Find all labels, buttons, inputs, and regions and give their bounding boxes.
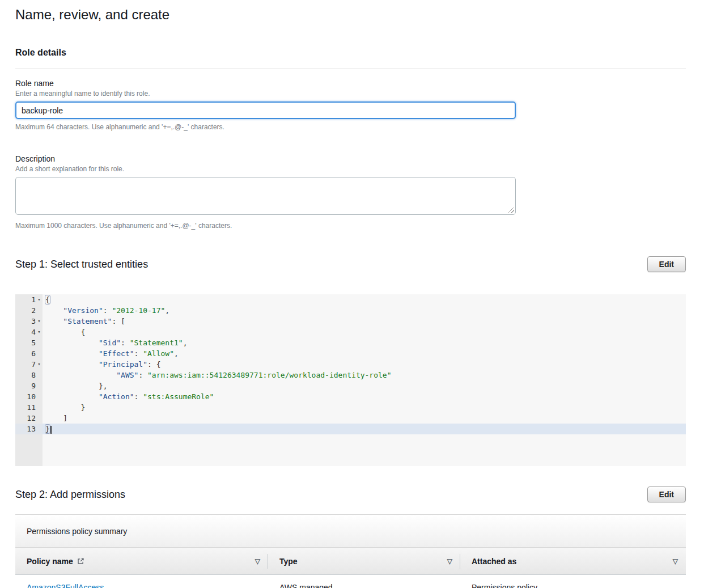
permissions-table-body: AmazonS3FullAccessAWS managedPermissions…	[15, 575, 686, 588]
code-line[interactable]: 11▾ }	[15, 402, 686, 413]
code-line[interactable]: 12▾ ]	[15, 413, 686, 424]
code-line[interactable]: 5▾ "Sid": "Statement1",	[15, 337, 686, 348]
column-header-label: Policy name	[27, 557, 73, 566]
code-line[interactable]: 2▾ "Version": "2012-10-17",	[15, 305, 686, 316]
code-text: {	[43, 327, 686, 337]
line-number: 4▾	[15, 327, 43, 337]
trust-policy-code-editor[interactable]: 1▾{2▾ "Version": "2012-10-17",3▾ "Statem…	[15, 294, 686, 466]
code-text: "Version": "2012-10-17",	[43, 305, 686, 316]
policy-name-link[interactable]: AmazonS3FullAccess	[27, 583, 104, 588]
line-number: 7▾	[15, 359, 43, 370]
description-constraint: Maximum 1000 characters. Use alphanumeri…	[15, 222, 686, 230]
sort-dropdown-icon[interactable]: ▽	[673, 557, 678, 565]
code-text: }	[43, 424, 686, 434]
line-number: 10▾	[15, 391, 43, 402]
role-details-heading: Role details	[15, 48, 686, 58]
attached-as-cell: Permissions policy	[460, 583, 686, 588]
code-lines: 1▾{2▾ "Version": "2012-10-17",3▾ "Statem…	[15, 294, 686, 434]
step2-edit-button[interactable]: Edit	[647, 487, 686, 502]
permissions-panel: Permissions policy summary Policy name▽T…	[15, 514, 686, 588]
description-textarea[interactable]	[15, 177, 516, 215]
column-header-label: Attached as	[472, 557, 516, 566]
code-line[interactable]: 7▾ "Principal": {	[15, 359, 686, 370]
code-text: "AWS": "arn:aws:iam::541263489771:role/w…	[43, 370, 686, 380]
table-row: AmazonS3FullAccessAWS managedPermissions…	[15, 575, 686, 588]
column-header-label: Type	[279, 557, 298, 566]
code-text: "Action": "sts:AssumeRole"	[43, 391, 686, 402]
line-number: 9▾	[15, 380, 43, 391]
code-line[interactable]: 9▾ },	[15, 380, 686, 391]
step2-header-row: Step 2: Add permissions Edit	[15, 487, 686, 502]
fold-arrow-icon[interactable]: ▾	[36, 316, 43, 327]
code-text: ]	[43, 413, 686, 424]
step1-heading: Step 1: Select trusted entities	[15, 259, 148, 270]
line-number: 5▾	[15, 337, 43, 348]
text-cursor	[50, 426, 52, 434]
permissions-table-header: Policy name▽Type▽Attached as▽	[15, 548, 686, 575]
code-line[interactable]: 1▾{	[15, 294, 686, 305]
code-text: },	[43, 380, 686, 391]
code-text: "Effect": "Allow",	[43, 348, 686, 359]
fold-arrow-icon[interactable]: ▾	[36, 327, 43, 337]
code-line[interactable]: 8▾ "AWS": "arn:aws:iam::541263489771:rol…	[15, 370, 686, 380]
column-header-policy-name[interactable]: Policy name▽	[15, 548, 268, 574]
line-number: 8▾	[15, 370, 43, 380]
code-text: "Principal": {	[43, 359, 686, 370]
sort-dropdown-icon[interactable]: ▽	[447, 557, 452, 565]
code-text: }	[43, 402, 686, 413]
line-number: 13▾	[15, 424, 43, 434]
step2-heading: Step 2: Add permissions	[15, 489, 125, 501]
column-header-type[interactable]: Type▽	[268, 548, 460, 574]
page-title: Name, review, and create	[15, 7, 686, 23]
step1-header-row: Step 1: Select trusted entities Edit	[15, 256, 686, 272]
role-name-help: Enter a meaningful name to identify this…	[15, 90, 686, 98]
section-divider	[15, 69, 686, 69]
description-label: Description	[15, 154, 686, 163]
code-line[interactable]: 10▾ "Action": "sts:AssumeRole"	[15, 391, 686, 402]
code-line[interactable]: 6▾ "Effect": "Allow",	[15, 348, 686, 359]
code-line[interactable]: 4▾ {	[15, 327, 686, 337]
description-help: Add a short explanation for this role.	[15, 165, 686, 173]
description-textarea-wrap	[15, 177, 516, 215]
sort-dropdown-icon[interactable]: ▽	[255, 557, 260, 565]
code-line[interactable]: 13▾}	[15, 424, 686, 434]
code-text: "Sid": "Statement1",	[43, 337, 686, 348]
line-number: 1▾	[15, 294, 43, 305]
external-link-icon	[77, 557, 84, 565]
line-number: 6▾	[15, 348, 43, 359]
role-name-input[interactable]	[15, 101, 516, 119]
code-text: "Statement": [	[43, 316, 686, 327]
role-name-constraint: Maximum 64 characters. Use alphanumeric …	[15, 123, 686, 131]
line-number: 2▾	[15, 305, 43, 316]
fold-arrow-icon[interactable]: ▾	[36, 359, 43, 370]
line-number: 12▾	[15, 413, 43, 424]
line-number: 3▾	[15, 316, 43, 327]
page-content: Name, review, and create Role details Ro…	[0, 7, 704, 588]
role-name-label: Role name	[15, 79, 686, 88]
policy-type-cell: AWS managed	[268, 583, 460, 588]
fold-arrow-icon[interactable]: ▾	[36, 294, 43, 305]
code-text: {	[43, 294, 686, 305]
code-line[interactable]: 3▾ "Statement": [	[15, 316, 686, 327]
permissions-panel-title: Permissions policy summary	[15, 515, 686, 548]
line-number: 11▾	[15, 402, 43, 413]
column-header-attached-as[interactable]: Attached as▽	[460, 548, 686, 574]
step1-edit-button[interactable]: Edit	[647, 256, 686, 272]
